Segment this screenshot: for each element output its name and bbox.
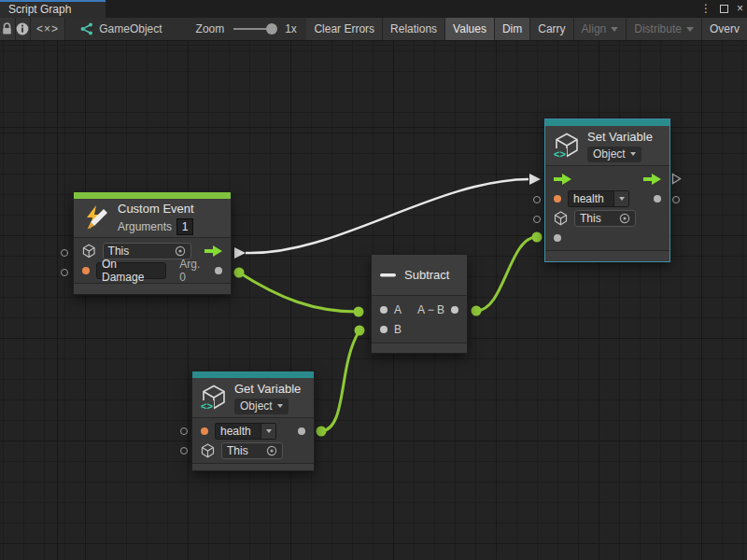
- event-color-strip: [74, 192, 231, 199]
- chevron-down-icon: [277, 404, 283, 408]
- value-input-port[interactable]: [554, 234, 561, 242]
- variable-color-strip: [192, 371, 314, 378]
- gameobject-cube-icon: [82, 244, 96, 259]
- port-row-value-input: [545, 228, 669, 247]
- port-row-target: This: [192, 441, 314, 460]
- arg0-output-port[interactable]: [215, 267, 222, 274]
- node-footer: [192, 463, 314, 470]
- subtract-minus-icon: [380, 273, 397, 278]
- node-title: Custom Event: [118, 202, 194, 216]
- node-get-variable[interactable]: <> Get Variable Object health: [191, 371, 315, 471]
- gameobject-cube-icon: [554, 211, 568, 226]
- ext-port-circle[interactable]: [672, 196, 680, 203]
- ext-port-circle[interactable]: [61, 249, 68, 257]
- variable-color-strip: [545, 119, 669, 126]
- variable-cube-icon: <>: [554, 133, 580, 159]
- target-object-field[interactable]: This: [221, 442, 283, 459]
- port-row-name: health: [545, 189, 669, 208]
- port-row-name: health: [192, 421, 314, 441]
- port-row-flow: [545, 169, 669, 189]
- arg0-label: Arg. 0: [179, 258, 208, 284]
- value-output-port[interactable]: [298, 427, 305, 435]
- variable-name-port[interactable]: [554, 195, 561, 203]
- node-title: Subtract: [404, 268, 449, 282]
- port-row-b: B: [372, 319, 467, 339]
- variable-name-dropdown[interactable]: health: [568, 190, 629, 207]
- gameobject-cube-icon: [201, 443, 215, 458]
- variable-name-dropdown[interactable]: health: [215, 423, 276, 440]
- flow-out-port[interactable]: [204, 245, 222, 257]
- flow-out-port[interactable]: [643, 174, 661, 185]
- custom-event-icon: [82, 204, 110, 232]
- arguments-label: Arguments: [118, 220, 172, 233]
- object-picker-icon[interactable]: [175, 245, 186, 257]
- ext-port-circle[interactable]: [533, 196, 541, 203]
- variable-name-port[interactable]: [201, 427, 208, 435]
- node-title: Set Variable: [587, 130, 653, 144]
- event-name-field[interactable]: On Damage: [96, 262, 166, 279]
- value-output-port[interactable]: [654, 195, 661, 203]
- node-footer: [545, 250, 669, 261]
- ext-port-circle[interactable]: [533, 216, 541, 223]
- input-b-port[interactable]: [380, 326, 388, 333]
- input-b-label: B: [394, 323, 402, 336]
- target-object-field[interactable]: This: [574, 210, 636, 227]
- arguments-count-input[interactable]: 1: [176, 218, 193, 235]
- ext-port-circle[interactable]: [180, 447, 188, 455]
- ext-flow-port-triangle[interactable]: [671, 173, 682, 185]
- svg-text:<>: <>: [554, 148, 566, 159]
- chevron-down-icon: [630, 152, 636, 156]
- variable-cube-icon: <>: [201, 385, 227, 411]
- node-title: Get Variable: [234, 382, 301, 396]
- event-port[interactable]: [82, 267, 90, 274]
- input-a-port[interactable]: [380, 306, 388, 314]
- output-label: A − B: [417, 303, 444, 316]
- port-row-a: A A − B: [372, 300, 467, 319]
- dropdown-caret: [261, 424, 275, 439]
- object-picker-icon[interactable]: [266, 445, 277, 456]
- flow-in-port[interactable]: [554, 174, 571, 185]
- svg-text:<>: <>: [201, 400, 213, 411]
- variable-kind-dropdown[interactable]: Object: [234, 399, 289, 414]
- ext-port-circle[interactable]: [61, 269, 68, 276]
- node-set-variable[interactable]: <> Set Variable Object: [544, 119, 670, 262]
- ext-port-circle[interactable]: [180, 427, 188, 435]
- node-footer: [372, 343, 467, 353]
- node-footer: [74, 283, 231, 294]
- dropdown-caret: [613, 191, 628, 206]
- port-row-target: This: [545, 208, 669, 228]
- object-picker-icon[interactable]: [619, 213, 630, 224]
- input-a-label: A: [394, 303, 402, 316]
- node-custom-event[interactable]: Custom Event Arguments 1 This: [73, 191, 232, 295]
- output-port[interactable]: [451, 306, 458, 314]
- variable-kind-dropdown[interactable]: Object: [587, 147, 641, 162]
- node-subtract[interactable]: Subtract A A − B B: [371, 254, 468, 354]
- port-row-event: On Damage Arg. 0: [74, 260, 231, 280]
